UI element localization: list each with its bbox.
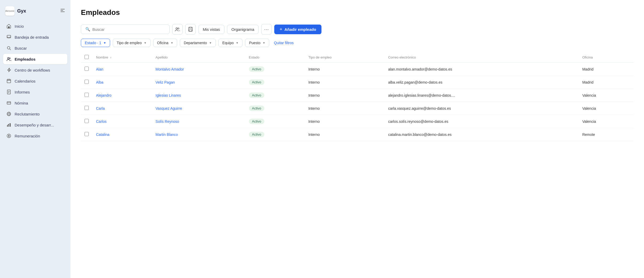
cell-nombre: Alejandro [92, 89, 152, 102]
chevron-down-icon: ▼ [236, 41, 238, 44]
save-view-button[interactable] [185, 24, 196, 34]
group-view-button[interactable] [172, 24, 183, 34]
col-header-nombre[interactable]: Nombre ↑ [92, 52, 152, 63]
main-content: Empleados 🔍 Mis vistas Orga [70, 0, 644, 278]
employee-last-name-link[interactable]: Martin Blanco [156, 132, 178, 137]
cell-estado: Activo [245, 63, 305, 76]
cell-tipo-empleo: Interno [305, 63, 385, 76]
sidebar-header: Bersonic Gyx [0, 4, 70, 21]
row-checkbox[interactable] [85, 67, 89, 71]
employee-last-name-link[interactable]: Solís Reynoso [156, 119, 179, 124]
app-logo: Bersonic [5, 6, 15, 16]
filter-oficina-button[interactable]: Oficina ▼ [153, 39, 177, 47]
sidebar-item-calendarios[interactable]: Calendarios [3, 76, 67, 86]
row-checkbox-cell[interactable] [81, 115, 92, 128]
row-checkbox-cell[interactable] [81, 76, 92, 89]
search-icon [6, 45, 11, 51]
filter-tipo-empleo-button[interactable]: Tipo de empleo ▼ [113, 39, 151, 47]
document-icon [6, 89, 11, 95]
sidebar-item-label: Reclutamiento [15, 112, 40, 116]
sidebar-item-label: Empleados [15, 57, 35, 61]
chevron-down-icon: ▼ [103, 41, 106, 44]
row-checkbox[interactable] [85, 106, 89, 110]
search-box[interactable]: 🔍 [81, 25, 170, 34]
card-icon [6, 100, 11, 106]
employee-first-name-link[interactable]: Carla [96, 106, 105, 111]
employee-last-name-link[interactable]: Iglesias Linares [156, 93, 181, 97]
filter-equipo-button[interactable]: Equipo ▼ [218, 39, 242, 47]
chevron-down-icon: ▼ [209, 41, 212, 44]
col-header-apellido: Apellido [152, 52, 245, 63]
sidebar-item-label: Remuneración [15, 134, 40, 138]
more-options-button[interactable]: ··· [261, 24, 272, 34]
sidebar-toggle-icon[interactable] [60, 8, 65, 14]
svg-rect-30 [189, 30, 192, 31]
select-all-header[interactable] [81, 52, 92, 63]
sidebar-item-inicio[interactable]: Inicio [3, 21, 67, 31]
row-checkbox[interactable] [85, 132, 89, 136]
status-badge: Activo [249, 106, 264, 111]
sidebar-nav: Inicio Bandeja de entrada Buscar Emplead… [0, 21, 70, 141]
employee-first-name-link[interactable]: Alan [96, 67, 103, 71]
row-checkbox[interactable] [85, 93, 89, 97]
employee-last-name-link[interactable]: Veliz Pagan [156, 80, 175, 84]
sidebar-item-informes[interactable]: Informes [3, 87, 67, 97]
table-row: Alan Montalvo Amador Activo Interno alan… [81, 63, 634, 76]
app-name: Gyx [17, 8, 26, 14]
svg-rect-17 [7, 102, 11, 104]
filter-puesto-button[interactable]: Puesto ▼ [245, 39, 269, 47]
sidebar-item-label: Centro de workflows [15, 68, 50, 72]
status-badge: Activo [249, 92, 264, 98]
sort-icon: ↑ [110, 56, 112, 59]
cell-tipo-empleo: Interno [305, 115, 385, 128]
clear-filters-button[interactable]: Quitar filtros [272, 39, 296, 47]
sidebar-item-label: Inicio [15, 24, 24, 28]
cell-nombre: Alba [92, 76, 152, 89]
organigrama-button[interactable]: Organigrama [227, 25, 259, 34]
row-checkbox-cell[interactable] [81, 89, 92, 102]
svg-rect-24 [10, 123, 11, 127]
employee-last-name-link[interactable]: Vasquez Aguirre [156, 106, 182, 111]
cell-correo: alba.veliz.pagan@demo-datos.es [384, 76, 579, 89]
mis-vistas-button[interactable]: Mis vistas [198, 25, 224, 34]
cell-nombre: Catalina [92, 128, 152, 141]
sidebar-logo-area: Bersonic Gyx [5, 6, 26, 16]
row-checkbox[interactable] [85, 80, 89, 84]
svg-rect-9 [7, 79, 11, 83]
employee-first-name-link[interactable]: Alejandro [96, 93, 111, 97]
row-checkbox-cell[interactable] [81, 102, 92, 115]
cell-oficina: Valencia [579, 89, 634, 102]
svg-rect-22 [7, 125, 8, 127]
cell-correo: alan.montalvo.amador@demo-datos.es [384, 63, 579, 76]
sidebar-item-nomina[interactable]: Nómina [3, 98, 67, 108]
sidebar-item-label: Desempeño y desarr... [15, 123, 54, 127]
filter-estado-button[interactable]: Estado · 1 ▼ [81, 39, 110, 47]
row-checkbox[interactable] [85, 119, 89, 123]
table-row: Catalina Martin Blanco Activo Interno ca… [81, 128, 634, 141]
cell-apellido: Veliz Pagan [152, 76, 245, 89]
sidebar-item-reclutamiento[interactable]: Reclutamiento [3, 109, 67, 119]
sidebar-item-workflows[interactable]: Centro de workflows [3, 65, 67, 75]
employee-first-name-link[interactable]: Carlos [96, 119, 106, 124]
row-checkbox-cell[interactable] [81, 128, 92, 141]
search-input[interactable] [92, 27, 165, 32]
cell-estado: Activo [245, 115, 305, 128]
svg-rect-2 [61, 11, 65, 12]
search-icon: 🔍 [85, 27, 90, 32]
employee-first-name-link[interactable]: Alba [96, 80, 103, 84]
employee-last-name-link[interactable]: Montalvo Amador [156, 67, 184, 71]
cell-tipo-empleo: Interno [305, 128, 385, 141]
row-checkbox-cell[interactable] [81, 63, 92, 76]
svg-point-8 [9, 58, 10, 59]
employee-first-name-link[interactable]: Catalina [96, 132, 109, 137]
filter-departamento-button[interactable]: Departamento ▼ [180, 39, 216, 47]
add-employee-button[interactable]: + Añadir empleado [274, 25, 321, 34]
sidebar-item-bandeja[interactable]: Bandeja de entrada [3, 32, 67, 42]
col-header-tipo-empleo: Tipo de empleo [305, 52, 385, 63]
sidebar-item-buscar[interactable]: Buscar [3, 43, 67, 53]
sidebar-item-empleados[interactable]: Empleados [3, 54, 67, 64]
col-header-estado: Estado [245, 52, 305, 63]
sidebar-item-desempeno[interactable]: Desempeño y desarr... [3, 120, 67, 130]
sidebar-item-remuneracion[interactable]: Remuneración [3, 131, 67, 141]
select-all-checkbox[interactable] [85, 55, 89, 59]
